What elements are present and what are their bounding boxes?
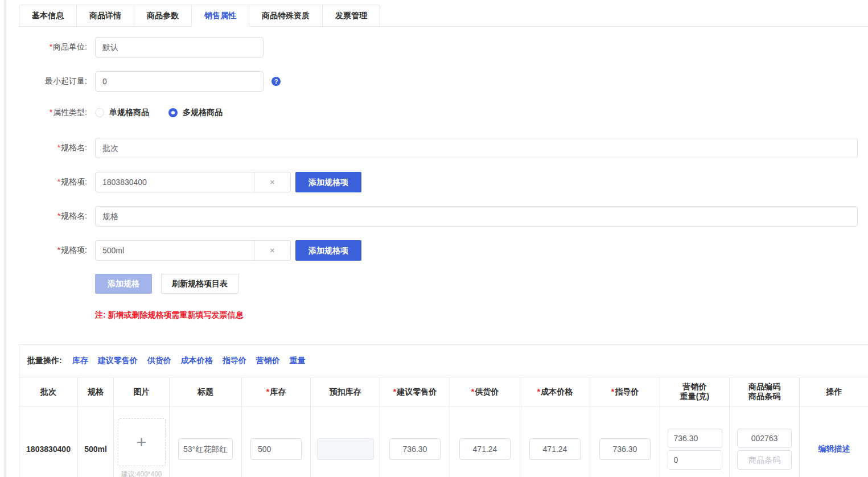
- attr-type-label: *属性类型:: [19, 108, 87, 118]
- radio-single-spec[interactable]: 单规格商品: [95, 108, 149, 118]
- cell-action: 编辑描述: [800, 406, 868, 477]
- header-action: 操作: [800, 377, 868, 406]
- tab-special-qualifications[interactable]: 商品特殊资质: [249, 5, 323, 27]
- header-reserved-stock: 预扣库存: [311, 377, 380, 406]
- batch-link-cost-price[interactable]: 成本价格: [181, 356, 213, 366]
- tab-product-params[interactable]: 商品参数: [134, 5, 192, 27]
- header-cost-price: *成本价格: [520, 377, 590, 406]
- barcode-input[interactable]: 商品条码: [737, 450, 792, 470]
- cell-cost-price: 471.24: [520, 406, 590, 477]
- suggest-price-input[interactable]: 736.30: [389, 438, 441, 460]
- spec-name-label: *规格名:: [19, 143, 87, 153]
- spec-item-input-group: 1803830400 ×: [95, 172, 291, 192]
- cell-spec: 500ml: [78, 406, 114, 477]
- cell-code-barcode: 002763 商品条码: [730, 406, 800, 477]
- header-spec: 规格: [78, 377, 114, 406]
- clear-icon[interactable]: ×: [254, 172, 291, 192]
- table-row: 1803830400 500ml + 建议:400*400 53°红花郎红 50…: [19, 406, 868, 477]
- product-unit-row: *商品单位: 默认: [19, 37, 858, 57]
- tab-product-details[interactable]: 商品详情: [77, 5, 134, 27]
- tab-sales-attributes[interactable]: 销售属性: [192, 5, 249, 27]
- spec-name-input[interactable]: 批次: [95, 138, 858, 158]
- tab-bar: 基本信息 商品详情 商品参数 销售属性 商品特殊资质 发票管理: [19, 5, 868, 27]
- required-star: *: [57, 211, 60, 220]
- tab-invoice-management[interactable]: 发票管理: [323, 5, 380, 27]
- cell-title: 53°红花郎红: [170, 406, 242, 477]
- radio-unchecked-icon[interactable]: [95, 108, 104, 117]
- required-star: *: [57, 245, 60, 254]
- required-star: *: [50, 108, 52, 117]
- required-star: *: [57, 177, 60, 186]
- page-edge-strip: [4, 0, 6, 477]
- header-supply-price: *供货价: [450, 377, 520, 406]
- cell-guide-price: 736.30: [590, 406, 660, 477]
- spec-item-input[interactable]: 1803830400: [95, 172, 254, 192]
- spec-item-row: *规格项: 1803830400 × 添加规格项: [19, 172, 858, 192]
- spec-name-input[interactable]: 规格: [95, 206, 858, 227]
- help-icon[interactable]: ?: [271, 77, 281, 86]
- weight-input[interactable]: 0: [668, 450, 722, 470]
- required-star: *: [611, 387, 614, 397]
- spec-name-label: *规格名:: [19, 211, 87, 221]
- header-image: 图片: [114, 377, 170, 406]
- batch-operations-label: 批量操作:: [27, 356, 62, 366]
- spec-item-row: *规格项: 500ml × 添加规格项: [19, 240, 858, 261]
- refresh-spec-table-button[interactable]: 刷新规格项目表: [161, 274, 238, 294]
- cell-image: + 建议:400*400: [114, 406, 170, 477]
- min-order-row: 最小起订量: 0 ?: [19, 71, 858, 92]
- required-star: *: [57, 143, 60, 152]
- add-spec-item-button[interactable]: 添加规格项: [295, 240, 361, 261]
- batch-link-marketing-price[interactable]: 营销价: [256, 356, 280, 366]
- invoice-warning-note: 注: 新增或删除规格项需重新填写发票信息: [95, 310, 868, 320]
- supply-price-input[interactable]: 471.24: [459, 438, 511, 460]
- add-spec-item-button[interactable]: 添加规格项: [295, 172, 361, 192]
- radio-multi-spec-label: 多规格商品: [183, 108, 223, 118]
- cell-marketing-weight: 736.30 0: [660, 406, 730, 477]
- edit-description-link[interactable]: 编辑描述: [818, 444, 850, 454]
- product-unit-input[interactable]: 默认: [95, 37, 264, 57]
- min-order-input[interactable]: 0: [95, 71, 264, 92]
- cell-batch: 1803830400: [19, 406, 78, 477]
- add-spec-button[interactable]: 添加规格: [95, 274, 152, 294]
- tab-basic-info[interactable]: 基本信息: [19, 5, 77, 27]
- header-batch: 批次: [19, 377, 78, 406]
- radio-multi-spec[interactable]: 多规格商品: [168, 108, 223, 118]
- attr-type-row: *属性类型: 单规格商品 多规格商品: [19, 108, 858, 118]
- title-input[interactable]: 53°红花郎红: [178, 438, 233, 460]
- table-header-row: 批次 规格 图片 标题 *库存 预扣库存 *建议零售价 *供货价 *成本价格 *…: [19, 377, 868, 406]
- batch-link-stock[interactable]: 库存: [72, 356, 88, 366]
- stock-input[interactable]: 500: [250, 438, 302, 460]
- batch-link-suggest-price[interactable]: 建议零售价: [98, 356, 138, 366]
- required-star: *: [537, 387, 540, 397]
- image-upload-hint: 建议:400*400: [121, 470, 162, 477]
- radio-checked-icon[interactable]: [168, 108, 178, 117]
- main-content: 基本信息 商品详情 商品参数 销售属性 商品特殊资质 发票管理 *商品单位: 默…: [19, 5, 868, 477]
- spec-item-label: *规格项:: [19, 177, 87, 187]
- spec-item-input[interactable]: 500ml: [95, 240, 254, 261]
- batch-link-weight[interactable]: 重量: [290, 356, 306, 366]
- spec-buttons-row: 添加规格 刷新规格项目表: [19, 274, 858, 294]
- sales-attributes-form: *商品单位: 默认 最小起订量: 0 ? *属性类型: 单规格商品 多规格商品 …: [19, 27, 868, 320]
- spec-name-row: *规格名: 批次: [19, 138, 858, 158]
- min-order-label: 最小起订量:: [19, 76, 87, 87]
- image-upload-button[interactable]: +: [118, 418, 166, 466]
- spec-item-input-group: 500ml ×: [95, 240, 291, 261]
- batch-link-supply-price[interactable]: 供货价: [147, 356, 171, 366]
- header-guide-price: *指导价: [590, 377, 660, 406]
- radio-single-spec-label: 单规格商品: [109, 108, 149, 118]
- batch-link-guide-price[interactable]: 指导价: [223, 356, 246, 366]
- cell-stock: 500: [242, 406, 311, 477]
- marketing-price-input[interactable]: 736.30: [668, 429, 722, 448]
- spec-name-row: *规格名: 规格: [19, 206, 858, 227]
- product-code-input[interactable]: 002763: [737, 429, 792, 448]
- cell-supply-price: 471.24: [450, 406, 520, 477]
- cell-reserved-stock: [311, 406, 380, 477]
- header-stock: *库存: [242, 377, 311, 406]
- clear-icon[interactable]: ×: [254, 240, 291, 261]
- guide-price-input[interactable]: 736.30: [599, 438, 651, 460]
- header-code-barcode: 商品编码商品条码: [730, 377, 800, 406]
- cell-suggest-price: 736.30: [380, 406, 450, 477]
- sku-table-panel: 批量操作: 库存 建议零售价 供货价 成本价格 指导价 营销价 重量 批次 规格…: [19, 344, 868, 477]
- cost-price-input[interactable]: 471.24: [529, 438, 581, 460]
- product-unit-label: *商品单位:: [19, 42, 87, 52]
